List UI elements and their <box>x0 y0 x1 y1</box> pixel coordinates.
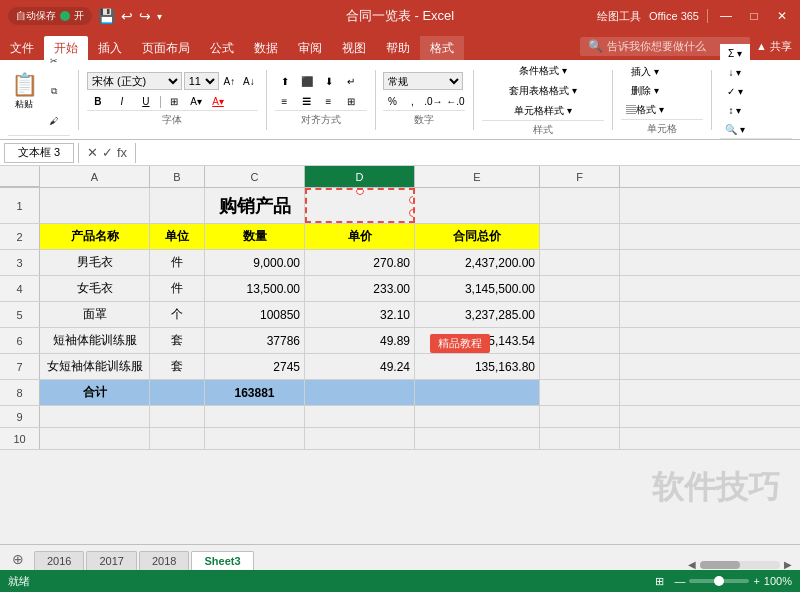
cell-c3[interactable]: 9,000.00 <box>205 250 305 275</box>
cancel-formula-icon[interactable]: ✕ <box>87 145 98 160</box>
zoom-out-button[interactable]: — <box>674 575 685 587</box>
decrease-decimal-button[interactable]: ←.0 <box>445 92 465 110</box>
confirm-formula-icon[interactable]: ✓ <box>102 145 113 160</box>
cell-d7[interactable]: 49.24 <box>305 354 415 379</box>
font-color-button[interactable]: A▾ <box>208 92 228 110</box>
customize-icon[interactable]: ▾ <box>157 11 162 22</box>
cell-e4[interactable]: 3,145,500.00 <box>415 276 540 301</box>
cell-a2[interactable]: 产品名称 <box>40 224 150 249</box>
tab-help[interactable]: 帮助 <box>376 36 420 60</box>
col-header-d[interactable]: D <box>305 166 415 187</box>
cell-a5[interactable]: 面罩 <box>40 302 150 327</box>
cell-b10[interactable] <box>150 428 205 449</box>
cell-a9[interactable] <box>40 406 150 427</box>
cell-d8[interactable] <box>305 380 415 405</box>
cut-button[interactable]: ✂ <box>40 47 68 75</box>
cell-b4[interactable]: 件 <box>150 276 205 301</box>
sheet-view-icon[interactable]: ⊞ <box>655 575 664 588</box>
sort-filter-button[interactable]: ↕ ▾ <box>720 101 750 119</box>
redo-icon[interactable]: ↪ <box>139 8 151 24</box>
sheet-tab-2018[interactable]: 2018 <box>139 551 189 570</box>
fill-button[interactable]: ↓ ▾ <box>720 63 750 81</box>
insert-cells-button[interactable]: 插入 ▾ <box>621 63 669 81</box>
cell-d10[interactable] <box>305 428 415 449</box>
sheet-tab-sheet3[interactable]: Sheet3 <box>191 551 253 570</box>
cell-d5[interactable]: 32.10 <box>305 302 415 327</box>
delete-cells-button[interactable]: 删除 ▾ <box>621 82 669 100</box>
cell-f8[interactable] <box>540 380 620 405</box>
cell-e9[interactable] <box>415 406 540 427</box>
zoom-slider[interactable] <box>689 579 749 583</box>
horizontal-scrollbar[interactable] <box>700 561 780 569</box>
tab-data[interactable]: 数据 <box>244 36 288 60</box>
wrap-text-button[interactable]: ↵ <box>341 72 361 90</box>
align-left-button[interactable]: ≡ <box>275 92 295 110</box>
italic-button[interactable]: I <box>111 92 133 110</box>
align-middle-button[interactable]: ⬛ <box>297 72 317 90</box>
cell-b2[interactable]: 单位 <box>150 224 205 249</box>
cell-f9[interactable] <box>540 406 620 427</box>
font-increase-button[interactable]: A↑ <box>221 72 238 90</box>
cell-d6[interactable]: 49.89 <box>305 328 415 353</box>
close-button[interactable]: ✕ <box>772 6 792 26</box>
cell-c6[interactable]: 37786 <box>205 328 305 353</box>
cell-c7[interactable]: 2745 <box>205 354 305 379</box>
scroll-left-button[interactable]: ◀ <box>688 559 696 570</box>
cell-e5[interactable]: 3,237,285.00 <box>415 302 540 327</box>
cell-e10[interactable] <box>415 428 540 449</box>
number-format-select[interactable]: 常规 <box>383 72 463 90</box>
cell-b5[interactable]: 个 <box>150 302 205 327</box>
cell-d3[interactable]: 270.80 <box>305 250 415 275</box>
underline-button[interactable]: U <box>135 92 157 110</box>
undo-icon[interactable]: ↩ <box>121 8 133 24</box>
cell-f5[interactable] <box>540 302 620 327</box>
copy-button[interactable]: ⧉ <box>40 77 68 105</box>
cell-a3[interactable]: 男毛衣 <box>40 250 150 275</box>
zoom-in-button[interactable]: + <box>753 575 759 587</box>
tab-view[interactable]: 视图 <box>332 36 376 60</box>
font-size-select[interactable]: 11 <box>184 72 219 90</box>
cell-a10[interactable] <box>40 428 150 449</box>
sum-button[interactable]: Σ ▾ <box>720 44 750 62</box>
tab-format[interactable]: 格式 <box>420 36 464 60</box>
cell-a7[interactable]: 女短袖体能训练服 <box>40 354 150 379</box>
cell-b3[interactable]: 件 <box>150 250 205 275</box>
cell-f4[interactable] <box>540 276 620 301</box>
cell-d4[interactable]: 233.00 <box>305 276 415 301</box>
col-header-c[interactable]: C <box>205 166 305 187</box>
cell-d2[interactable]: 单价 <box>305 224 415 249</box>
cell-c4[interactable]: 13,500.00 <box>205 276 305 301</box>
col-header-f[interactable]: F <box>540 166 620 187</box>
cell-e8[interactable] <box>415 380 540 405</box>
maximize-button[interactable]: □ <box>744 6 764 26</box>
thousands-button[interactable]: , <box>403 92 421 110</box>
cell-a4[interactable]: 女毛衣 <box>40 276 150 301</box>
cell-e1[interactable] <box>415 188 540 223</box>
format-cells-button[interactable]: ▤格式 ▾ <box>621 101 669 119</box>
table-format-button[interactable]: 套用表格格式 ▾ <box>482 82 604 100</box>
sheet-tab-2017[interactable]: 2017 <box>86 551 136 570</box>
cell-style-button[interactable]: 单元格样式 ▾ <box>482 102 604 120</box>
format-painter-button[interactable]: 🖌 <box>40 107 68 135</box>
name-box[interactable] <box>4 143 74 163</box>
fill-color-button[interactable]: A▾ <box>186 92 206 110</box>
cell-a8[interactable]: 合计 <box>40 380 150 405</box>
increase-decimal-button[interactable]: .0→ <box>423 92 443 110</box>
scroll-thumb[interactable] <box>700 561 740 569</box>
cell-e3[interactable]: 2,437,200.00 <box>415 250 540 275</box>
autosave-toggle[interactable]: 自动保存 开 <box>8 7 92 25</box>
cell-c5[interactable]: 100850 <box>205 302 305 327</box>
cell-b1[interactable] <box>150 188 205 223</box>
align-center-button[interactable]: ☰ <box>297 92 317 110</box>
cell-f6[interactable] <box>540 328 620 353</box>
cell-f3[interactable] <box>540 250 620 275</box>
cell-c1[interactable]: 购销产品 <box>205 188 305 223</box>
formula-input[interactable] <box>140 143 796 163</box>
cell-f2[interactable] <box>540 224 620 249</box>
cell-b6[interactable]: 套 <box>150 328 205 353</box>
cell-a6[interactable]: 短袖体能训练服 <box>40 328 150 353</box>
font-name-select[interactable]: 宋体 (正文) <box>87 72 182 90</box>
percent-button[interactable]: % <box>383 92 401 110</box>
add-sheet-button[interactable]: ⊕ <box>4 548 32 570</box>
paste-button[interactable]: 📋 粘贴 <box>11 72 38 111</box>
